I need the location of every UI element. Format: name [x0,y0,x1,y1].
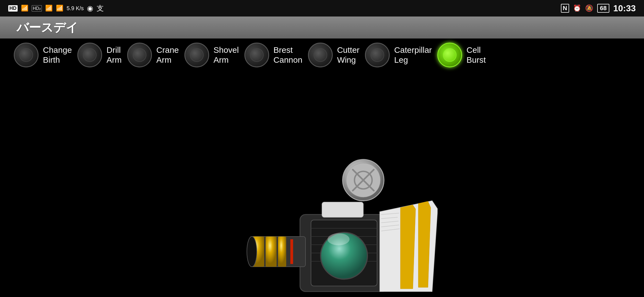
nfc-icon: N [561,4,569,13]
label-change-birth: ChangeBirth [43,45,72,65]
svg-rect-16 [266,237,277,267]
btn-group-cell-burst: CellBurst [437,43,486,67]
nav-icon: ◉ [87,4,93,13]
radio-inner-brest-cannon [250,48,264,62]
hd-badge-1: HD [8,5,18,12]
label-cutter-wing: CutterWing [337,45,360,65]
label-drill-arm: DrillArm [107,45,122,65]
label-crane-arm: CraneArm [156,45,179,65]
radio-shovel-arm[interactable] [184,43,209,67]
svg-rect-17 [278,237,286,267]
svg-point-19 [247,237,257,267]
radio-inner-caterpillar-leg [370,48,384,62]
radio-inner-cell-burst [443,48,457,62]
btn-group-cutter-wing: CutterWing [308,43,360,67]
hd-badge-2: HD₂ [32,5,42,12]
svg-rect-18 [290,239,293,264]
btn-group-drill-arm: DrillArm [77,43,122,67]
radio-cell-burst[interactable] [437,43,462,67]
btn-group-caterpillar-leg: CaterpillarLeg [365,43,432,67]
radio-inner-drill-arm [83,48,97,62]
label-cell-burst: CellBurst [466,45,486,65]
radio-caterpillar-leg[interactable] [365,43,390,67]
radio-inner-cutter-wing [313,48,327,62]
btn-group-change-birth: ChangeBirth [14,43,72,67]
mute-icon: 🔕 [585,4,593,12]
device-image-area [245,154,438,297]
app-title: バースデイ [17,20,78,36]
device-svg [245,154,438,297]
title-bar: バースデイ [0,16,644,38]
radio-inner-crane-arm [133,48,146,62]
btn-group-brest-cannon: BrestCannon [244,43,302,67]
alipay-icon: 支 [97,4,104,13]
status-right: N ⏰ 🔕 68 10:33 [561,3,636,13]
label-brest-cannon: BrestCannon [274,45,302,65]
radio-brest-cannon[interactable] [244,43,269,67]
signal-bars-2: 📶 [45,5,53,12]
speed-indicator: 5.9 K/s [67,5,84,12]
btn-group-shovel-arm: ShovelArm [184,43,239,67]
label-caterpillar-leg: CaterpillarLeg [394,45,432,65]
alarm-icon: ⏰ [573,4,581,12]
radio-crane-arm[interactable] [127,43,152,67]
label-shovel-arm: ShovelArm [214,45,239,65]
svg-point-13 [328,233,350,245]
status-bar: HD 📶 HD₂ 📶 📶 5.9 K/s ◉ 支 N ⏰ 🔕 68 10:33 [0,0,644,16]
status-left: HD 📶 HD₂ 📶 📶 5.9 K/s ◉ 支 [8,4,104,13]
wifi-icon: 📶 [56,5,63,12]
time-display: 10:33 [613,3,636,13]
radio-cutter-wing[interactable] [308,43,333,67]
radio-drill-arm[interactable] [77,43,102,67]
radio-inner-shovel-arm [190,48,204,62]
svg-marker-21 [400,205,416,289]
signal-bars-1: 📶 [21,5,28,12]
radio-inner-change-birth [19,48,33,62]
button-row: ChangeBirth DrillArm CraneArm ShovelArm … [14,43,486,67]
svg-rect-28 [322,202,363,217]
battery-indicator: 68 [597,4,609,13]
btn-group-crane-arm: CraneArm [127,43,179,67]
radio-change-birth[interactable] [14,43,39,67]
